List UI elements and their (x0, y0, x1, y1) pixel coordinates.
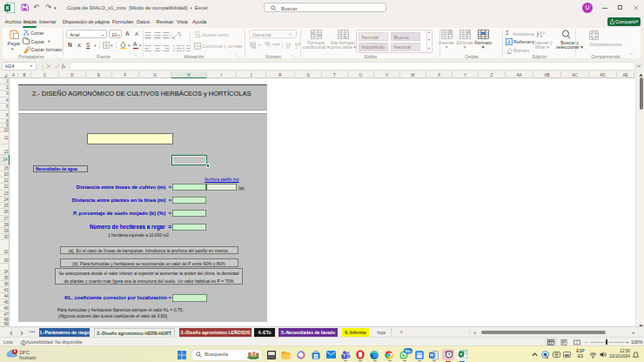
svg-text:.0: .0 (295, 46, 298, 49)
svg-text:99+: 99+ (405, 349, 412, 353)
svg-text:.00: .00 (285, 46, 290, 49)
svg-text:T: T (343, 354, 345, 359)
svg-text:W: W (430, 352, 434, 358)
